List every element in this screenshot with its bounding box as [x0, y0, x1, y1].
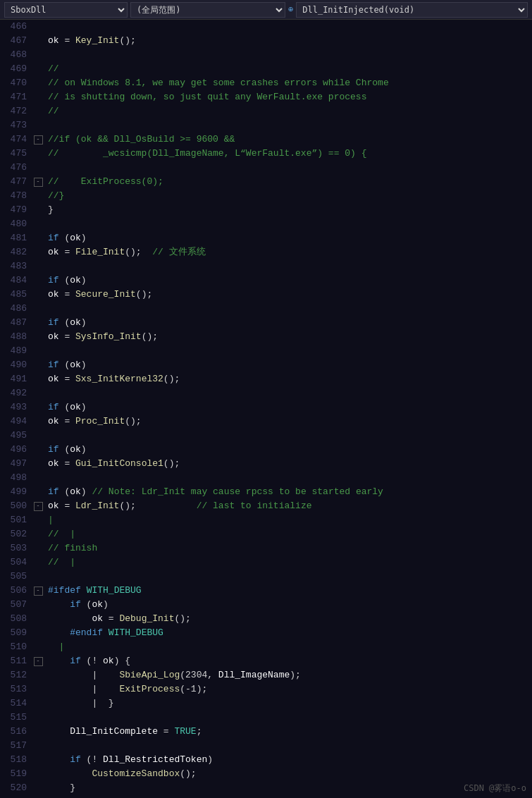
code-line: Dll_InitComplete = TRUE; — [48, 725, 532, 739]
function-icon: ⊕ — [288, 4, 293, 15]
code-line — [48, 302, 532, 316]
code-line: } — [48, 203, 532, 217]
code-line: #endif WITH_DEBUG — [48, 626, 532, 640]
code-line: CustomizeSandbox(); — [48, 767, 532, 781]
code-line: // is shutting down, so just quit any We… — [48, 90, 532, 104]
code-line — [48, 118, 532, 133]
fold-button[interactable]: - — [34, 178, 43, 187]
code-line: if (ok) — [48, 400, 532, 415]
code-line: if (! ok) { — [48, 654, 532, 668]
fold-button[interactable]: - — [34, 657, 43, 666]
code-line: | — [48, 513, 532, 527]
code-line: if (ok) // Note: Ldr_Init may cause rpcs… — [48, 485, 532, 499]
fold-column: ----- — [31, 20, 45, 798]
code-line: // — [48, 62, 532, 76]
code-line: //} — [48, 189, 532, 203]
code-line: } — [48, 781, 532, 795]
code-line: | } — [48, 696, 532, 711]
fold-button[interactable]: - — [34, 135, 43, 145]
code-line: if (ok) — [48, 231, 532, 245]
code-column[interactable]: ok = Key_Init(); //// on Windows 8.1, we… — [45, 20, 532, 798]
code-line: // on Windows 8.1, we may get some crash… — [48, 76, 532, 90]
code-line — [48, 711, 532, 725]
code-line: #ifdef WITH_DEBUG — [48, 584, 532, 598]
code-line — [48, 344, 532, 358]
code-line — [48, 739, 532, 753]
code-line: // ExitProcess(0); — [48, 175, 532, 189]
code-line: | SbieApi_Log(2304, Dll_ImageName); — [48, 668, 532, 682]
code-line: ok = Sxs_InitKernel32(); — [48, 372, 532, 386]
code-line: ok = Ldr_Init(); // last to initialize — [48, 499, 532, 513]
code-line: // — [48, 104, 532, 118]
code-line: ok = Gui_InitConsole1(); — [48, 457, 532, 471]
code-line — [48, 48, 532, 62]
code-line: ok = Secure_Init(); — [48, 288, 532, 302]
code-line — [48, 217, 532, 231]
code-line: | ExitProcess(-1); — [48, 682, 532, 696]
code-line: if (ok) — [48, 443, 532, 457]
code-line: ok = Debug_Init(); — [48, 612, 532, 626]
code-line — [48, 570, 532, 584]
code-line: ok = File_Init(); // 文件系统 — [48, 245, 532, 259]
code-line: // | — [48, 555, 532, 570]
code-line: ok = Proc_Init(); — [48, 415, 532, 429]
code-line: if (ok) — [48, 316, 532, 330]
code-line: if (! Dll_RestrictedToken) — [48, 753, 532, 767]
code-line: // _wcsicmp(Dll_ImageName, L“WerFault.ex… — [48, 147, 532, 161]
code-line — [48, 471, 532, 485]
fold-button[interactable]: - — [34, 502, 43, 511]
code-line: if (ok) — [48, 358, 532, 372]
scope-dropdown[interactable]: (全局范围) — [130, 2, 285, 18]
code-line: ok = Key_Init(); — [48, 34, 532, 48]
code-line — [48, 429, 532, 443]
code-line — [48, 259, 532, 274]
fold-button[interactable]: - — [34, 587, 43, 596]
code-line — [48, 795, 532, 798]
code-line — [48, 386, 532, 400]
code-line: | — [48, 640, 532, 654]
editor-area: 4664674684694704714724734744754764774784… — [0, 20, 532, 798]
code-line — [48, 161, 532, 175]
file-dropdown[interactable]: SboxDll — [4, 2, 128, 18]
line-numbers-column: 4664674684694704714724734744754764774784… — [0, 20, 31, 798]
code-line — [48, 20, 532, 34]
title-bar: SboxDll (全局范围) ⊕ Dll_InitInjected(void) — [0, 0, 532, 20]
code-line: if (ok) — [48, 274, 532, 288]
code-line: // finish — [48, 541, 532, 555]
code-line: //if (ok && Dll_OsBuild >= 9600 && — [48, 133, 532, 147]
branding: CSDN @雾语o-o — [464, 782, 526, 794]
code-line: // | — [48, 527, 532, 541]
code-line: ok = SysInfo_Init(); — [48, 330, 532, 344]
function-dropdown[interactable]: Dll_InitInjected(void) — [296, 2, 528, 18]
code-line: if (ok) — [48, 598, 532, 612]
